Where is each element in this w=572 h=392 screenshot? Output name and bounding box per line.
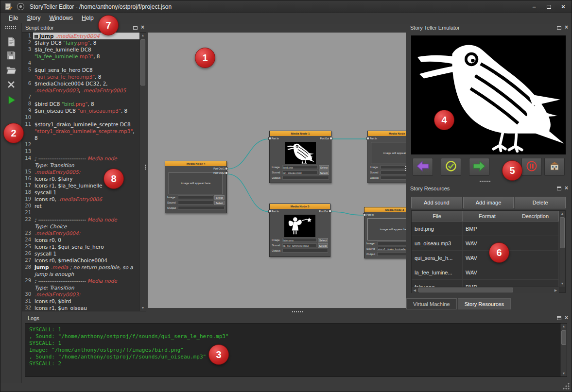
scroll-thumb[interactable] xyxy=(140,39,145,85)
maximize-button[interactable] xyxy=(542,2,555,11)
logs-scrollbar[interactable]: ▲ ▼ xyxy=(560,324,567,376)
node-port[interactable]: Port In xyxy=(366,213,374,216)
float-panel-icon[interactable] xyxy=(133,26,138,30)
resource-row[interactable]: bird.pngBMP xyxy=(412,222,559,236)
script-row[interactable]: 21 xyxy=(22,209,146,216)
resources-header[interactable]: Story Resources × xyxy=(407,184,570,193)
node-port[interactable]: Port In xyxy=(272,210,279,213)
delete-button[interactable] xyxy=(4,79,18,92)
tab-story-resources[interactable]: Story Resources xyxy=(458,298,511,309)
script-row[interactable]: 2$fairy DC8 "fairy.png", 8 xyxy=(22,39,146,46)
column-header-description[interactable]: Description xyxy=(512,211,559,221)
minimize-button[interactable]: – xyxy=(528,2,540,11)
script-row[interactable]: jump is enough xyxy=(22,271,146,277)
pause-button[interactable] xyxy=(521,158,542,176)
logs-header[interactable]: Logs × xyxy=(22,314,570,323)
node-graph-canvas[interactable]: Media Node 4Port Out 1Port Out 2image wi… xyxy=(148,33,406,308)
script-row[interactable]: 20ret xyxy=(22,203,146,209)
resource-row[interactable]: qui_sera_le_h...WAV xyxy=(412,251,559,265)
node-port[interactable]: Port Out 1 xyxy=(213,167,225,170)
float-panel-icon[interactable] xyxy=(557,187,561,190)
script-row[interactable]: 9$un_oiseau DC8 "un_oiseau.mp3", 8 xyxy=(22,107,146,114)
emulator-header[interactable]: Story Teller Emulator × xyxy=(407,23,570,32)
script-row[interactable]: 26syscall 1 xyxy=(22,250,146,257)
column-header-format[interactable]: Format xyxy=(463,211,512,221)
menu-item-story[interactable]: Story xyxy=(22,14,45,22)
script-row[interactable]: 31lcons r0, $bird xyxy=(22,298,146,305)
script-row[interactable]: 10 xyxy=(22,114,146,121)
script-row[interactable]: Type: Transition xyxy=(22,284,146,291)
script-row[interactable]: "qui_sera_le_hero.mp3", 8 xyxy=(22,73,146,80)
run-button[interactable] xyxy=(4,94,18,108)
scroll-thumb[interactable] xyxy=(560,217,565,248)
script-row[interactable]: 27lcons r0, $mediaChoice0004 xyxy=(22,257,146,264)
media-node[interactable]: Media Node 2Port Inimage will appear her… xyxy=(367,131,406,183)
script-scrollbar[interactable]: ▲ ▼ xyxy=(139,33,146,311)
float-panel-icon[interactable] xyxy=(557,316,561,320)
splitter-handle[interactable] xyxy=(292,311,293,312)
scroll-right-arrow[interactable]: ▶ xyxy=(553,287,559,293)
node-port[interactable]: Port Out xyxy=(319,210,328,213)
scroll-left-arrow[interactable]: ◀ xyxy=(412,287,418,293)
select-button[interactable]: Select xyxy=(318,238,328,242)
scroll-thumb[interactable] xyxy=(418,288,513,292)
table-horizontal-scrollbar[interactable]: ◀ ▶ xyxy=(412,287,559,293)
select-button[interactable]: Select xyxy=(214,195,225,200)
script-row[interactable]: 24lcons r0, 0 xyxy=(22,237,146,243)
script-row[interactable]: 12 xyxy=(22,141,146,148)
close-panel-icon[interactable]: × xyxy=(565,186,568,190)
select-button[interactable]: Select xyxy=(319,165,329,170)
float-panel-icon[interactable] xyxy=(557,26,561,30)
script-row[interactable]: "story1_drako_luminelle_sceptre.mp3", xyxy=(22,128,146,135)
add-image-button[interactable]: Add image xyxy=(463,197,514,208)
select-button[interactable]: Select xyxy=(319,170,329,175)
script-row[interactable]: 16lcons r0, $fairy xyxy=(22,175,146,182)
validate-button[interactable] xyxy=(441,158,461,176)
select-button[interactable]: Select xyxy=(318,243,328,248)
script-editor-header[interactable]: Script editor × xyxy=(22,23,146,32)
column-header-file[interactable]: File xyxy=(412,211,463,221)
add-sound-button[interactable]: Add sound xyxy=(411,197,462,208)
delete-button[interactable]: Delete xyxy=(515,197,566,208)
new-script-button[interactable] xyxy=(4,36,18,50)
script-row[interactable]: 22; -------------------------- Media nod… xyxy=(22,216,146,223)
menu-item-windows[interactable]: Windows xyxy=(45,14,77,22)
node-port[interactable]: Port In xyxy=(370,137,377,140)
script-row[interactable]: 30.mediaEntry0003: xyxy=(22,291,146,298)
script-row[interactable]: 3$la_fee_luminelle DC8 xyxy=(22,46,146,53)
scroll-thumb[interactable] xyxy=(561,330,566,345)
select-button[interactable]: Select xyxy=(214,201,225,205)
close-panel-icon[interactable]: × xyxy=(141,25,144,30)
script-row[interactable]: 29; -------------------------- Media nod… xyxy=(22,277,146,284)
media-node[interactable]: Media Node 1Port InPort OutImagebird.png… xyxy=(269,131,331,183)
save-button[interactable] xyxy=(4,50,18,63)
toolbar-drag-handle[interactable] xyxy=(5,28,6,29)
scroll-up-arrow[interactable]: ▲ xyxy=(561,324,567,329)
splitter-handle[interactable] xyxy=(480,181,481,182)
splitter-handle[interactable] xyxy=(405,166,406,167)
script-row[interactable]: 1jump .mediaEntry0004 xyxy=(22,33,146,39)
script-row[interactable]: 14; -------------------------- Media nod… xyxy=(22,155,146,162)
forward-button[interactable] xyxy=(469,158,489,176)
script-row[interactable]: 19lcons r0, .mediaEntry0006 xyxy=(22,196,146,203)
script-row[interactable]: 13 xyxy=(22,148,146,155)
scroll-up-arrow[interactable]: ▲ xyxy=(140,33,146,38)
open-button[interactable] xyxy=(4,64,18,78)
script-row[interactable]: "la_fee_luminelle.mp3", 8 xyxy=(22,53,146,60)
scroll-up-arrow[interactable]: ▲ xyxy=(559,211,565,217)
media-node[interactable]: Media Node 4Port Out 1Port Out 2image wi… xyxy=(165,161,227,213)
script-row[interactable]: 32lcons r1, $un_oiseau xyxy=(22,305,146,311)
script-row[interactable]: 4 xyxy=(22,60,146,67)
resource-row[interactable]: fairy.pngBMP xyxy=(412,280,559,287)
close-panel-icon[interactable]: × xyxy=(565,316,568,320)
node-port[interactable]: Port Out 2 xyxy=(213,171,225,174)
close-panel-icon[interactable]: × xyxy=(565,25,568,30)
media-node[interactable]: Media Node 3Port Inimage will appear her… xyxy=(364,207,406,258)
scroll-down-arrow[interactable]: ▼ xyxy=(561,371,567,376)
script-row[interactable]: 8 xyxy=(22,135,146,141)
scroll-down-arrow[interactable]: ▼ xyxy=(559,281,565,287)
node-port[interactable]: Port In xyxy=(272,137,279,140)
splitter-handle[interactable] xyxy=(145,165,146,166)
script-row[interactable]: 6$mediaChoice0004 DC32, 2, xyxy=(22,80,146,87)
close-button[interactable]: × xyxy=(557,2,570,11)
